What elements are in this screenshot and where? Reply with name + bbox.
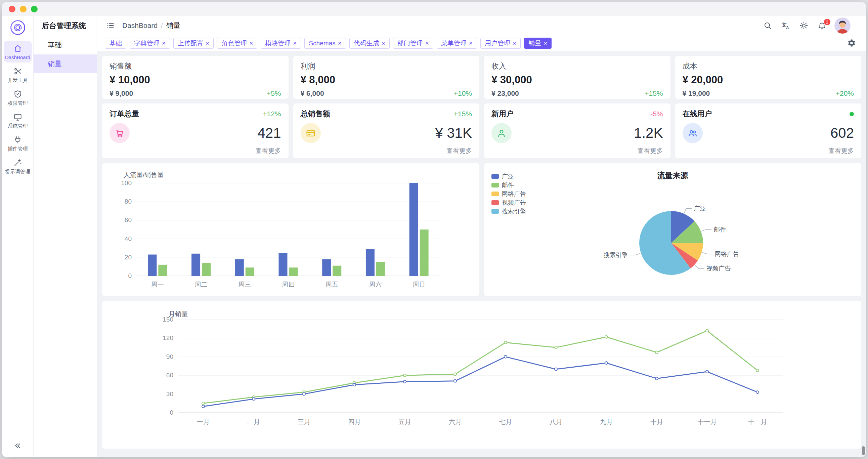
home-icon [13,44,22,53]
svg-text:邮件: 邮件 [714,226,726,233]
tag-close-icon[interactable]: × [293,40,297,47]
stat-card-2: 利润¥ 8,000¥ 6,000+10% [293,56,480,99]
legend-item[interactable]: 搜索引擎 [491,208,526,215]
window-minimize-button[interactable] [20,6,27,12]
svg-text:六月: 六月 [449,418,462,425]
tag-5[interactable]: Schemas× [304,38,346,49]
legend-item[interactable]: 视频广告 [491,199,526,206]
tag-close-icon[interactable]: × [249,40,253,47]
svg-text:60: 60 [166,372,173,379]
tag-close-icon[interactable]: × [381,40,385,47]
tag-9[interactable]: 用户管理× [480,38,521,49]
stat-previous-value: ¥ 9,000 [110,89,133,97]
tag-close-icon[interactable]: × [513,40,516,47]
rail-item-dashboard[interactable]: DashBoard [4,41,32,62]
tag-2[interactable]: 上传配置× [173,38,214,49]
view-more-link[interactable]: 查看更多 [301,147,472,155]
line-chart: 0306090120150一月二月三月四月五月六月七月八月九月十月十一月十二月月… [102,301,861,449]
tag-10[interactable]: 销量× [524,38,552,49]
view-more-link[interactable]: 查看更多 [110,147,281,155]
layout-settings-button[interactable] [846,37,857,49]
legend-label: 广泛 [502,172,514,180]
submenu-item-sales[interactable]: 销量 [34,55,97,73]
shield-icon [13,90,22,98]
svg-text:二月: 二月 [247,418,260,425]
user-avatar[interactable] [834,18,850,34]
submenu-items: 基础销量 [34,36,97,73]
legend-swatch [491,200,499,205]
translate-button[interactable]: 文A [780,20,792,31]
collapse-sidebar-button[interactable] [13,441,22,451]
stat-card-1: 销售额¥ 10,000¥ 9,000+5% [102,56,288,99]
stat-title: 成本 [683,61,854,71]
legend-swatch [491,183,499,187]
scrollbar-thumb[interactable] [862,446,865,455]
rail-item-prompt[interactable]: 提示词管理 [4,155,32,177]
legend-item[interactable]: 广泛 [491,173,526,180]
tag-0[interactable]: 基础 [105,38,126,49]
search-button[interactable] [762,20,773,31]
cart-icon [110,123,130,143]
tag-label: 字典管理 [134,40,160,47]
window-close-button[interactable] [9,6,16,12]
legend-item[interactable]: 邮件 [491,182,526,188]
topbar: DashBoard / 销量 文A 2 [97,16,866,35]
breadcrumb-dashboard[interactable]: DashBoard [122,22,158,30]
svg-text:80: 80 [125,198,132,205]
svg-text:十二月: 十二月 [748,418,767,425]
legend-swatch [491,209,499,214]
stats-row-1: 销售额¥ 10,000¥ 9,000+5%利润¥ 8,000¥ 6,000+10… [102,56,861,99]
line-chart-card: 0306090120150一月二月三月四月五月六月七月八月九月十月十一月十二月月… [102,301,861,449]
tag-1[interactable]: 字典管理× [130,38,170,49]
sun-icon [800,21,808,30]
svg-text:20: 20 [125,254,132,261]
theme-toggle-button[interactable] [798,20,810,31]
legend-label: 视频广告 [502,198,526,207]
tag-8[interactable]: 菜单管理× [437,38,477,49]
bank-card-icon [301,123,321,143]
user-icon [491,123,512,143]
svg-text:周六: 周六 [369,281,381,288]
submenu-item-label: 销量 [48,59,62,68]
svg-text:周二: 周二 [195,281,208,288]
pie-chart-title: 流量来源 [484,171,861,181]
notifications-button[interactable]: 2 [816,20,828,31]
view-more-link[interactable]: 查看更多 [683,147,854,155]
tag-6[interactable]: 代码生成× [349,38,390,49]
rail-item-label: 系统管理 [8,123,28,128]
rail-item-dev-tools[interactable]: 开发工具 [4,64,32,85]
app-window: DashBoard开发工具权限管理系统管理插件管理提示词管理 后台管理系统 基础… [2,2,866,457]
rail-item-plugin[interactable]: 插件管理 [4,132,32,154]
tag-close-icon[interactable]: × [544,40,547,47]
tag-close-icon[interactable]: × [425,40,429,47]
tag-4[interactable]: 模块管理× [261,38,301,49]
rail-item-permission[interactable]: 权限管理 [4,87,32,108]
window-zoom-button[interactable] [31,6,38,12]
legend-item[interactable]: 网络广告 [491,190,526,197]
svg-text:网络广告: 网络广告 [715,251,739,257]
submenu-item-basic[interactable]: 基础 [34,36,97,55]
monitor-icon [13,113,22,121]
tag-close-icon[interactable]: × [206,40,209,47]
app-logo[interactable] [10,20,26,36]
kpi-delta: -5% [650,110,663,118]
app-title: 后台管理系统 [34,16,97,36]
svg-text:120: 120 [163,334,173,341]
tag-close-icon[interactable]: × [162,40,165,47]
stat-previous-value: ¥ 6,000 [301,89,324,97]
menu-toggle-button[interactable] [105,20,116,31]
tag-close-icon[interactable]: × [338,40,342,47]
tag-7[interactable]: 部门管理× [393,38,433,49]
view-more-link[interactable]: 查看更多 [491,147,663,155]
rail-item-label: 插件管理 [8,146,28,151]
pie-chart-card: 流量来源 广泛邮件网络广告视频广告搜索引擎 广泛邮件网络广告视频广告搜索引擎 [484,163,861,296]
stat-title: 利润 [301,61,472,71]
pie-chart: 广泛邮件网络广告视频广告搜索引擎 [484,163,861,296]
wand-icon [13,158,22,167]
tag-3[interactable]: 角色管理× [217,38,257,49]
charts-row: 020406080100周一周二周三周四周五周六周日人流量/销售量 流量来源 广… [102,163,861,296]
legend-label: 搜索引擎 [502,207,526,215]
gear-icon [847,39,856,48]
tag-close-icon[interactable]: × [469,40,473,47]
rail-item-system[interactable]: 系统管理 [4,110,32,131]
